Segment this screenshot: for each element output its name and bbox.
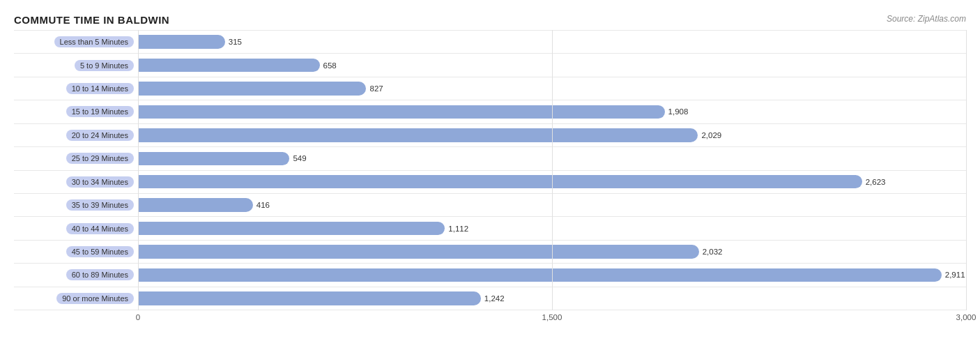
label-pill: 45 to 59 Minutes	[66, 246, 134, 257]
bar-label: 5 to 9 Minutes	[14, 54, 138, 76]
bar-value: 827	[369, 84, 383, 93]
bar-value: 416	[257, 201, 270, 209]
bar-row: Less than 5 Minutes315	[14, 30, 966, 54]
grid-line	[966, 30, 967, 310]
bar-fill: 1,112	[138, 222, 445, 235]
bar-label: 90 or more Minutes	[14, 287, 138, 310]
bar-fill: 1,242	[138, 291, 481, 305]
bar-label: 35 to 39 Minutes	[14, 194, 138, 216]
label-pill: 20 to 24 Minutes	[66, 130, 134, 141]
bar-row: 15 to 19 Minutes1,908	[14, 100, 966, 123]
bar-row: 40 to 44 Minutes1,112	[14, 217, 966, 240]
bar-value: 1,908	[668, 107, 689, 116]
bar-fill: 2,029	[138, 128, 698, 142]
bar-fill: 827	[138, 82, 366, 95]
x-tick: 3,000	[956, 313, 977, 321]
bar-fill: 1,908	[138, 105, 665, 119]
x-axis: 01,5003,000	[138, 310, 966, 331]
bar-value: 1,242	[484, 294, 505, 303]
bar-track: 315	[138, 31, 966, 53]
bar-track: 1,112	[138, 217, 966, 239]
bar-track: 1,242	[138, 287, 966, 310]
bar-label: 25 to 29 Minutes	[14, 147, 138, 169]
bar-track: 2,032	[138, 241, 966, 263]
bar-track: 549	[138, 147, 966, 169]
bar-value: 2,911	[945, 271, 965, 279]
label-pill: 5 to 9 Minutes	[75, 60, 134, 71]
bar-label: 40 to 44 Minutes	[14, 217, 138, 239]
bar-row: 90 or more Minutes1,242	[14, 287, 966, 310]
label-pill: Less than 5 Minutes	[54, 36, 134, 47]
bar-track: 827	[138, 77, 966, 100]
bar-row: 5 to 9 Minutes658	[14, 54, 966, 77]
bar-fill: 315	[138, 35, 225, 48]
bar-label: 10 to 14 Minutes	[14, 77, 138, 100]
bar-track: 2,623	[138, 171, 966, 193]
bar-row: 20 to 24 Minutes2,029	[14, 124, 966, 147]
chart-title: COMMUTE TIME IN BALDWIN	[14, 14, 966, 26]
bar-row: 10 to 14 Minutes827	[14, 77, 966, 100]
bar-row: 25 to 29 Minutes549	[14, 147, 966, 170]
bar-label: 30 to 34 Minutes	[14, 171, 138, 193]
label-pill: 30 to 34 Minutes	[66, 176, 134, 188]
bar-label: 15 to 19 Minutes	[14, 100, 138, 123]
bar-value: 2,029	[701, 131, 721, 139]
bar-track: 1,908	[138, 100, 966, 123]
bar-fill: 549	[138, 152, 289, 165]
bar-value: 658	[323, 61, 337, 70]
x-tick: 0	[136, 313, 140, 321]
bar-value: 2,623	[866, 178, 886, 186]
label-pill: 90 or more Minutes	[56, 293, 134, 304]
bar-fill: 416	[138, 198, 253, 211]
bar-fill: 2,623	[138, 175, 862, 188]
bar-fill: 2,911	[138, 268, 942, 282]
label-pill: 40 to 44 Minutes	[66, 223, 134, 234]
bar-label: Less than 5 Minutes	[14, 31, 138, 53]
label-pill: 25 to 29 Minutes	[66, 153, 134, 164]
bar-track: 2,029	[138, 124, 966, 146]
bar-value: 315	[229, 38, 242, 46]
bar-row: 60 to 89 Minutes2,911	[14, 264, 966, 287]
bar-track: 416	[138, 194, 966, 216]
label-pill: 35 to 39 Minutes	[66, 199, 134, 211]
chart-area: Less than 5 Minutes3155 to 9 Minutes6581…	[14, 30, 966, 331]
source-label: Source: ZipAtlas.com	[887, 14, 966, 24]
bar-track: 658	[138, 54, 966, 76]
chart-container: COMMUTE TIME IN BALDWIN Source: ZipAtlas…	[0, 0, 980, 364]
label-pill: 60 to 89 Minutes	[66, 269, 134, 280]
bar-label: 60 to 89 Minutes	[14, 264, 138, 286]
bar-track: 2,911	[138, 264, 966, 286]
bar-value: 549	[293, 154, 306, 162]
bar-row: 45 to 59 Minutes2,032	[14, 241, 966, 264]
label-pill: 10 to 14 Minutes	[66, 83, 134, 94]
bar-row: 35 to 39 Minutes416	[14, 194, 966, 217]
bar-label: 45 to 59 Minutes	[14, 241, 138, 263]
bar-value: 1,112	[448, 225, 468, 233]
bar-value: 2,032	[703, 248, 723, 256]
bars-section: Less than 5 Minutes3155 to 9 Minutes6581…	[14, 30, 966, 310]
label-pill: 15 to 19 Minutes	[66, 106, 134, 117]
bar-label: 20 to 24 Minutes	[14, 124, 138, 146]
bar-row: 30 to 34 Minutes2,623	[14, 171, 966, 194]
bar-fill: 2,032	[138, 245, 699, 258]
x-tick: 1,500	[542, 313, 562, 321]
bar-fill: 658	[138, 59, 320, 72]
